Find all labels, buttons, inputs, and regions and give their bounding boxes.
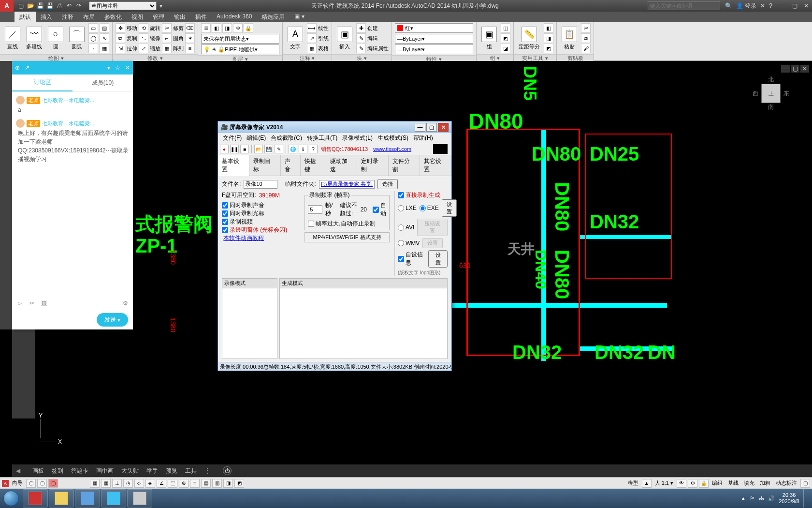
ribbon-expand-icon[interactable]: ▣ ▾ [290,12,309,22]
rec-minimize-button[interactable]: — [415,123,425,132]
selfinfo-settings-button[interactable]: 设置 [428,250,448,268]
mirror-icon[interactable]: ⇋ [139,33,148,43]
am-toggle[interactable]: ◩ [234,479,244,488]
tab-layout[interactable]: 布局 [78,12,100,22]
ungroup-icon[interactable]: ◫ [501,23,510,33]
tab-basic[interactable]: 基本设置 [218,155,249,176]
layerstate-icon[interactable]: ◧ [212,23,221,33]
tab-default[interactable]: 默认 [14,12,36,22]
chk-record-video[interactable]: 录制视频 [222,218,300,226]
acad-logo-icon[interactable]: A [2,480,9,487]
tab-view[interactable]: 视图 [127,12,148,22]
bold-label[interactable]: 加粗 [758,479,772,487]
tab-addins[interactable]: 插件 [190,12,212,22]
taskbar-clock[interactable]: 20:362020/9/8 [779,492,799,505]
settings-icon[interactable]: ⚙ [123,300,128,307]
tab-parametric[interactable]: 参数化 [100,12,127,22]
appbar-preview[interactable]: 预览 [166,467,177,475]
emoji-icon[interactable]: ☺ [17,300,23,307]
polar-toggle[interactable]: ◷ [123,479,133,488]
appbar-more-icon[interactable]: ⋮ [204,467,210,474]
recorder-title-bar[interactable]: 🎥 屏幕录像专家 V2014 — ▢ ✕ [218,121,451,133]
tab-output[interactable]: 输出 [169,12,190,22]
chat-close-icon[interactable]: ✕ [125,64,130,71]
tb-info-icon[interactable]: ℹ [299,145,307,153]
menu-file[interactable]: 文件(F) [221,134,244,142]
layout1-button[interactable]: ▢ [37,479,47,488]
chk-selfinfo[interactable]: 自设信息 [398,251,425,267]
cut-icon[interactable]: ✂ [581,23,591,33]
appbar-sticker[interactable]: 大头贴 [121,467,139,475]
tab-members[interactable]: 成员(10) [72,75,133,91]
qat-redo-icon[interactable]: ↷ [74,1,83,10]
radio-exe[interactable]: EXE [420,205,439,211]
tab-manage[interactable]: 管理 [148,12,169,22]
leader-icon[interactable]: ↗ [307,33,317,43]
layer-current-combo[interactable]: 💡 ☀ 🔓 PIPE-地暖供 ▾ [201,45,279,54]
util3-icon[interactable]: ◩ [544,44,553,53]
chk-record-cursor[interactable]: 同时录制光标 [222,209,300,218]
ortho-toggle[interactable]: ⊥ [112,479,122,488]
annoscale-icon[interactable]: ▲ [642,479,652,488]
text-button[interactable]: A文字 [286,26,305,51]
tb-globe-icon[interactable]: 🌐 [289,145,297,153]
chk-transparent[interactable]: 录透明窗体 (光标会闪) [222,226,300,234]
scale-label[interactable]: 人 1:1 ▾ [653,479,675,487]
array-icon[interactable]: ▦ [162,44,172,53]
infocenter-icon[interactable]: 🔍 [725,2,732,9]
ellipse-icon[interactable]: ◯ [88,33,98,43]
website-link[interactable]: www.tlxsoft.com [373,146,411,152]
annovis-icon[interactable]: 👁 [677,479,686,488]
nav-label[interactable]: 向导 [10,479,25,487]
otrack-toggle[interactable]: ∠ [157,479,166,488]
dim-linear-icon[interactable]: ⟷ [307,23,317,33]
qat-print-icon[interactable]: 🖨 [55,1,64,10]
baseline-label[interactable]: 基线 [726,479,740,487]
appbar-pip[interactable]: 画中画 [96,467,114,475]
rotate-icon[interactable]: ⟲ [139,23,148,33]
signin-button[interactable]: 👤 登录 [736,2,756,10]
rec-maximize-button[interactable]: ▢ [426,123,437,132]
table-icon[interactable]: ▦ [307,44,317,53]
chat-messages[interactable]: 老师 七彩教育---水电暖梁... a 老师 七彩教育---水电暖梁... 晚上… [12,92,133,297]
filename-input[interactable] [244,180,277,189]
exchange-icon[interactable]: ✕ [760,2,765,9]
tb-open-icon[interactable]: 📂 [254,145,263,153]
spline-icon[interactable]: ∿ [100,33,109,43]
help-search[interactable] [648,1,720,10]
help-search-input[interactable] [648,1,720,10]
menu-edit[interactable]: 编辑(E) [245,134,268,142]
tab-featured[interactable]: 精选应用 [257,12,290,22]
qat-saveas-icon[interactable]: 💾 [45,1,54,10]
help-dropdown-icon[interactable]: ? [769,2,772,9]
chk-direct-record[interactable]: 直接录制生成 [398,191,448,199]
viewcube-east[interactable]: 东 [783,90,789,98]
layerprop-icon[interactable]: ≣ [201,23,211,33]
measure-button[interactable]: 📏定距等分 [517,26,542,51]
lwt-toggle[interactable]: ≡ [190,479,200,488]
tab-timer[interactable]: 定时录制 [357,155,389,176]
tray-flag-icon[interactable]: 🏳 [750,495,755,501]
task-cloud[interactable] [101,489,126,508]
sales-qq-link[interactable]: 销售QQ:178046113 [321,146,368,153]
tool-palette-collapsed[interactable] [0,61,12,329]
doc-minimize-button[interactable]: — [781,65,790,73]
show-desktop-button[interactable] [803,489,807,508]
appbar-board[interactable]: 画板 [32,467,44,475]
close-button[interactable]: ✕ [800,0,812,12]
group-label[interactable]: 编组 [710,479,725,487]
start-button[interactable] [0,489,22,508]
viewcube-west[interactable]: 西 [753,90,758,98]
appbar-answer[interactable]: 答题卡 [71,467,88,475]
doc-close-button[interactable]: ✕ [800,65,809,73]
rect-icon[interactable]: ▭ [88,23,98,33]
groupsel-icon[interactable]: ◪ [501,44,510,53]
qat-new-icon[interactable]: ▢ [16,1,25,10]
tab-insert[interactable]: 插入 [36,12,57,22]
tmpdir-input[interactable] [319,180,375,189]
trim-icon[interactable]: ✂ [162,23,172,33]
groupedit-icon[interactable]: ◩ [501,33,510,43]
sc-toggle[interactable]: ◨ [223,479,233,488]
circle-button[interactable]: ○圆 [46,26,65,51]
paste-button[interactable]: 📋粘贴 [560,26,579,51]
